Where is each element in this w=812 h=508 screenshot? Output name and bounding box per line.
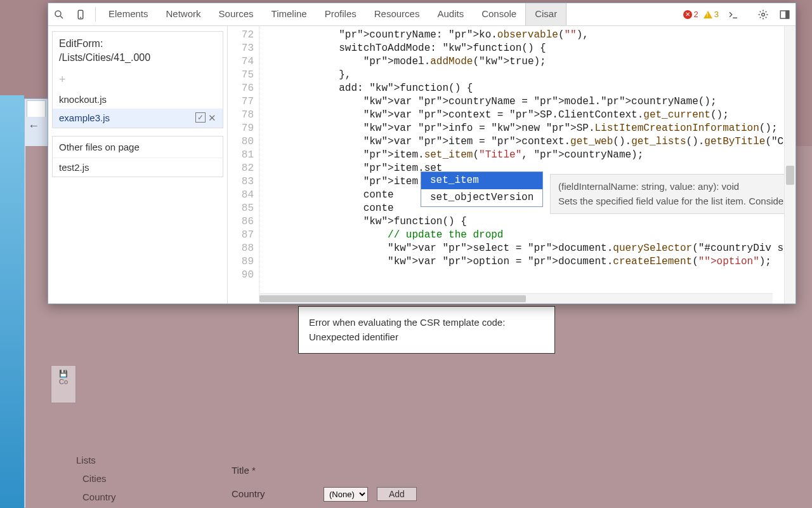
tab-resources[interactable]: Resources bbox=[365, 3, 429, 25]
warning-icon bbox=[704, 11, 712, 18]
file-close-icon[interactable]: ✕ bbox=[208, 112, 216, 124]
sp-csr-error: Error when evaluating the CSR template c… bbox=[298, 306, 555, 354]
tab-profiles[interactable]: Profiles bbox=[316, 3, 365, 25]
sp-nav-heading[interactable]: Lists bbox=[63, 451, 184, 469]
windows-taskbar bbox=[0, 95, 24, 508]
autocomplete-popup[interactable]: set_itemset_objectVersion bbox=[421, 171, 543, 207]
sp-nav-cities[interactable]: Cities bbox=[63, 469, 184, 488]
add-file-button[interactable]: + bbox=[53, 70, 223, 90]
sp-left-nav: Lists Cities Country Cities2 Style Libra… bbox=[63, 451, 184, 508]
sp-toolbar-button[interactable]: 💾Co bbox=[51, 365, 76, 403]
signature-tooltip: (fieldInternalName: string, value: any):… bbox=[550, 174, 784, 214]
vertical-scrollbar[interactable] bbox=[784, 26, 796, 304]
tab-cisar[interactable]: Cisar bbox=[525, 3, 566, 25]
file-test2[interactable]: test2.js bbox=[53, 158, 223, 177]
svg-point-3 bbox=[80, 17, 81, 18]
tab-elements[interactable]: Elements bbox=[100, 3, 157, 25]
devtools-toolbar: ElementsNetworkSourcesTimelineProfilesRe… bbox=[48, 3, 796, 26]
svg-point-5 bbox=[762, 13, 765, 16]
dock-icon[interactable] bbox=[774, 9, 796, 20]
horizontal-scrollbar[interactable] bbox=[259, 293, 773, 304]
tab-console[interactable]: Console bbox=[473, 3, 525, 25]
svg-point-0 bbox=[55, 11, 61, 17]
device-mode-icon[interactable] bbox=[70, 3, 91, 25]
svg-line-1 bbox=[60, 16, 63, 18]
browser-back-icon[interactable]: ← bbox=[28, 119, 39, 133]
sp-nav-country[interactable]: Country bbox=[63, 488, 184, 506]
sp-form: Title * Country (None) Add Visited Liked… bbox=[232, 464, 612, 508]
file-check-icon[interactable]: ✓ bbox=[195, 112, 206, 123]
tab-timeline[interactable]: Timeline bbox=[263, 3, 316, 25]
error-icon: ✕ bbox=[683, 10, 692, 19]
browser-tab[interactable] bbox=[27, 100, 46, 117]
tab-sources[interactable]: Sources bbox=[210, 3, 263, 25]
show-drawer-icon[interactable] bbox=[723, 9, 744, 20]
svg-rect-7 bbox=[786, 11, 789, 18]
sp-country-label: Country bbox=[232, 487, 324, 499]
file-knockout[interactable]: knockout.js bbox=[53, 90, 223, 109]
sp-country-select[interactable]: (None) bbox=[324, 487, 368, 502]
sp-add-button[interactable]: Add bbox=[377, 487, 417, 501]
ac-item-set_objectVersion[interactable]: set_objectVersion bbox=[421, 189, 542, 206]
file-example3[interactable]: example3.js ✓ ✕ bbox=[53, 109, 223, 128]
line-gutter: 72 73 74 75 76 77 78 79 80 81 82 83 84 8… bbox=[228, 26, 259, 304]
cisar-sidebar: EditForm: /Lists/Cities/41_.000 + knocko… bbox=[48, 26, 228, 304]
tab-audits[interactable]: Audits bbox=[428, 3, 473, 25]
search-icon[interactable] bbox=[48, 3, 70, 25]
error-count[interactable]: ✕2 bbox=[683, 10, 698, 19]
settings-icon[interactable] bbox=[752, 9, 774, 20]
sidebar-header: EditForm: /Lists/Cities/41_.000 bbox=[53, 32, 223, 70]
separator bbox=[95, 7, 96, 22]
code-area[interactable]: "pr">countryName: "pr">ko.observable("")… bbox=[259, 26, 784, 304]
warning-count[interactable]: 3 bbox=[704, 10, 719, 19]
devtools-body: EditForm: /Lists/Cities/41_.000 + knocko… bbox=[48, 26, 796, 304]
tab-network[interactable]: Network bbox=[157, 3, 210, 25]
ac-item-set_item[interactable]: set_item bbox=[421, 172, 542, 189]
other-files-heading: Other files on page bbox=[53, 137, 223, 158]
code-editor[interactable]: 72 73 74 75 76 77 78 79 80 81 82 83 84 8… bbox=[228, 26, 796, 304]
devtools-window: ElementsNetworkSourcesTimelineProfilesRe… bbox=[48, 3, 796, 304]
sp-title-label: Title * bbox=[232, 464, 324, 476]
